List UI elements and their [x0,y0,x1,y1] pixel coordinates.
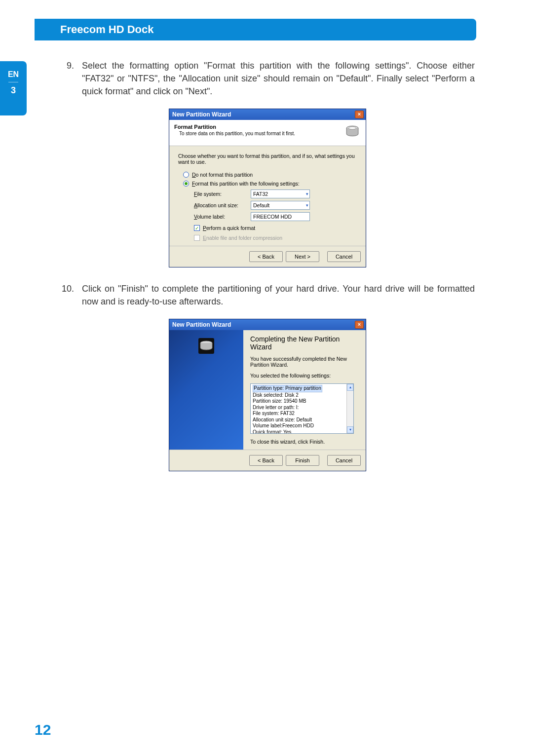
step-10: 10. Click on "Finish" to complete the pa… [60,282,475,308]
dialog1-header-text: Format Partition To store data on this p… [174,124,295,136]
disk-icon [344,124,361,142]
side-divider [8,82,18,82]
summary-line: Partition type: Primary partition [253,385,322,392]
summary-line: Partition size: 19540 MB [253,398,345,405]
summary-line: Quick format: Yes [253,429,345,434]
select-filesystem-value: FAT32 [253,191,268,197]
step-10-num: 10. [60,282,74,308]
label-filesystem: File system: [194,191,251,197]
wizard-close-msg: To close this wizard, click Finish. [250,439,359,445]
dialog2-title: New Partition Wizard [172,321,231,328]
summary-line: Allocation unit size: Default [253,417,345,423]
select-allocation[interactable]: Default ▾ [251,201,310,210]
checkbox-checked-icon: ✓ [194,225,200,231]
side-chapter: 3 [0,85,27,96]
radio-icon [183,172,189,178]
dialog1-title: New Partition Wizard [172,111,231,118]
select-allocation-value: Default [253,202,269,208]
dialog1-header-sub: To store data on this partition, you mus… [174,131,295,136]
close-icon[interactable]: × [355,321,364,329]
cancel-button-label: Cancel [336,254,352,260]
checkbox-icon [194,235,200,241]
row-filesystem: File system: FAT32 ▾ [194,189,357,198]
next-button[interactable]: Next > [286,251,319,262]
dialog2-main: Completing the New Partition Wizard You … [243,330,366,450]
cancel-button[interactable]: Cancel [327,455,361,466]
summary-line: Drive letter or path: I: [253,405,345,411]
back-button-label: < Back [258,254,274,260]
doc-title: Freecom HD Dock [60,23,154,36]
cancel-button[interactable]: Cancel [327,251,361,262]
check-quick-label: Perform a quick format [203,225,255,231]
page-number: 12 [35,721,51,738]
step-10-text: Click on "Finish" to complete the partit… [82,282,475,308]
wizard-side-graphic [169,330,243,450]
row-volume-label: Volume label: FREECOM HDD [194,212,357,221]
dialog1-footer: < Back Next > Cancel [169,246,366,267]
disk-icon [196,336,216,450]
svg-point-1 [348,127,356,129]
check-quick-format[interactable]: ✓ Perform a quick format [194,225,357,231]
wizard-success-msg: You have successfully completed the New … [250,356,359,368]
check-compress-label: Enable file and folder compression [203,235,282,241]
dialog2-footer: < Back Finish Cancel [169,450,366,471]
summary-line: Volume label:Freecom HDD [253,423,345,429]
wizard-completing-title: Completing the New Partition Wizard [250,335,359,351]
check-compression: Enable file and folder compression [194,235,357,241]
scroll-up-icon[interactable]: ▴ [347,384,353,391]
close-icon[interactable]: × [355,111,364,118]
format-partition-dialog: New Partition Wizard × Format Partition … [169,109,366,267]
summary-line: File system: FAT32 [253,411,345,417]
format-settings: File system: FAT32 ▾ Allocation unit siz… [194,189,357,221]
select-filesystem[interactable]: FAT32 ▾ [251,189,310,198]
dialog1-titlebar: New Partition Wizard × [169,109,366,120]
radio-format[interactable]: Format this partition with the following… [178,181,357,187]
completing-wizard-dialog: New Partition Wizard × Completing the Ne… [169,319,366,471]
radio-no-format[interactable]: Do not format this partition [178,172,357,178]
dialog1-header-title: Format Partition [174,124,295,130]
step-9-text: Select the formatting option "Format thi… [82,59,475,98]
doc-header: Freecom HD Dock [35,19,476,40]
finish-button[interactable]: Finish [286,455,319,466]
step-9: 9. Select the formatting option "Format … [60,59,475,98]
dialog1-body: Choose whether you want to format this p… [169,146,366,246]
dialog2-titlebar: New Partition Wizard × [169,319,366,330]
dialog2-body: Completing the New Partition Wizard You … [169,330,366,450]
scroll-down-icon[interactable]: ▾ [347,426,353,433]
scrollbar[interactable]: ▴ ▾ [346,384,353,433]
dialog1-holder: New Partition Wizard × Format Partition … [60,109,475,267]
row-allocation: Allocation unit size: Default ▾ [194,201,357,210]
next-button-label: Next > [295,254,310,260]
label-allocation: Allocation unit size: [194,202,251,208]
back-button[interactable]: < Back [249,251,283,262]
chevron-down-icon: ▾ [306,203,308,208]
input-volume-value: FREECOM HDD [253,214,292,220]
wizard-selected-msg: You selected the following settings: [250,373,359,378]
summary-line: Disk selected: Disk 2 [253,392,345,399]
step-9-num: 9. [60,59,74,98]
label-volume: Volume label: [194,214,251,220]
content: 9. Select the formatting option "Format … [60,59,475,486]
back-button-label: < Back [258,457,274,463]
back-button[interactable]: < Back [249,455,283,466]
dialog1-instruction: Choose whether you want to format this p… [178,153,357,165]
chevron-down-icon: ▾ [306,191,308,196]
radio-format-label: Format this partition with the following… [192,181,300,187]
cancel-button-label: Cancel [336,457,352,463]
finish-button-label: Finish [295,457,309,463]
input-volume-label[interactable]: FREECOM HDD [251,212,310,221]
radio-no-format-label: Do not format this partition [192,172,253,178]
side-lang: EN [0,70,27,79]
dialog2-holder: New Partition Wizard × Completing the Ne… [60,319,475,471]
radio-icon-checked [183,181,189,187]
settings-summary[interactable]: Partition type: Primary partition Disk s… [250,383,354,434]
dialog1-header: Format Partition To store data on this p… [169,120,366,146]
side-tab: EN 3 [0,61,27,115]
